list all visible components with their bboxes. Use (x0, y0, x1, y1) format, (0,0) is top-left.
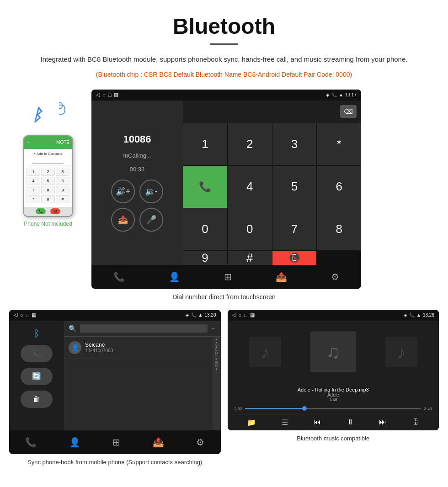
pb-signal-icon: ▲ (198, 312, 203, 318)
phone-illustration: ᛒ ← MOTE + Add to Contacts ___________ 1 (9, 90, 87, 227)
dial-number: 10086 (123, 133, 151, 145)
next-button[interactable]: ⏭ (379, 418, 386, 426)
pb-nav-contacts[interactable]: 👤 (69, 437, 80, 448)
key-0-right[interactable]: 0 (228, 208, 272, 250)
phonebook-bottom-nav: 📞 👤 ⊞ 📤 ⚙ (9, 430, 221, 454)
music-note-icon-right: ♪ (397, 342, 406, 362)
pb-screenshot-icon: ▦ (32, 312, 36, 318)
call-icon-status: 📞 (331, 92, 337, 97)
dialer-caption: Dial number direct from touchscreen (0, 293, 448, 301)
transfer-button[interactable]: 📤 (111, 208, 135, 232)
phonebook-sidebar: ᛒ 📞 🔄 🗑 (9, 321, 64, 430)
music-note-icon-left: ♪ (261, 342, 270, 362)
key-5[interactable]: 5 (272, 166, 317, 208)
phonebook-search-bar[interactable]: 🔍 ← (64, 321, 221, 337)
progress-track (245, 408, 421, 409)
nav-phone-button[interactable]: 📞 (113, 271, 125, 282)
keypad-panel: ⌫ 123*📞45600789#📵 (183, 101, 361, 265)
music-note-icon-center: ♫ (326, 342, 340, 362)
key-8[interactable]: 8 (317, 208, 361, 250)
phonebook-caption: Sync phone-book from mobile phone (Suppo… (27, 458, 202, 467)
dial-status: InCalling... (123, 152, 151, 159)
play-pause-button[interactable]: ⏸ (347, 418, 354, 426)
key-*[interactable]: * (317, 123, 361, 165)
time-current: 2:02 (235, 407, 243, 411)
key-6[interactable]: 6 (317, 166, 361, 208)
volume-down-button[interactable]: 🔉- (139, 180, 163, 203)
prev-button[interactable]: ⏮ (314, 418, 321, 426)
pb-home-icon: ○ (20, 312, 23, 318)
time-total: 3:49 (424, 407, 432, 411)
pb-call-icon: 📞 (191, 312, 197, 318)
track-info: 1/48 (235, 397, 432, 402)
volume-up-button[interactable]: 🔊+ (111, 180, 135, 203)
call-accept-button[interactable]: 📞 (183, 166, 227, 208)
bottom-nav-bar: 📞 👤 ⊞ 📤 ⚙ (91, 265, 361, 289)
mute-button[interactable]: 🎤 (139, 208, 163, 232)
location-icon: ◈ (326, 92, 330, 97)
recents-icon: □ (108, 92, 112, 98)
song-artist: Adele (235, 392, 432, 397)
search-icon: 🔍 (69, 325, 76, 332)
progress-dot (302, 406, 307, 411)
pb-nav-settings[interactable]: ⚙ (196, 437, 204, 448)
key-3[interactable]: 3 (272, 123, 317, 165)
alphabet-index: *ABCDEFGHI (213, 337, 221, 430)
music-screenshot-block: ◁ ○ □ ▦ ◈ 📞 ▲ 13:26 ♪ (228, 310, 439, 467)
key-1[interactable]: 1 (183, 123, 227, 165)
backspace-button[interactable]: ⌫ (340, 105, 357, 118)
key-9[interactable]: 9 (183, 251, 227, 265)
pb-clock: 13:20 (204, 312, 216, 318)
pb-nav-dialpad[interactable]: ⊞ (112, 437, 120, 448)
key-0[interactable]: 0 (183, 208, 227, 250)
pb-back-icon: ◁ (14, 312, 17, 318)
progress-fill (245, 408, 307, 409)
folder-button[interactable]: 📁 (247, 418, 256, 427)
contact-name: Seicane (85, 342, 113, 348)
page-title: Bluetooth (0, 0, 448, 43)
album-art-row: ♪ ♫ ♪ (228, 321, 439, 383)
mu-signal-icon: ▲ (416, 312, 421, 318)
song-title: Adele - Rolling In the Deep.mp3 (235, 387, 432, 392)
phone-sidebar-button[interactable]: 📞 (21, 345, 53, 362)
next-album-art: ♪ (385, 337, 417, 367)
signal-icon: ▲ (339, 92, 343, 97)
phone-not-included-label: Phone Not Included (24, 221, 72, 227)
current-album-art: ♫ (310, 331, 356, 372)
key-2[interactable]: 2 (228, 123, 272, 165)
prev-album-art: ♪ (249, 337, 281, 367)
contact-list-item[interactable]: 👤 Seicane 13241007000 (64, 337, 213, 359)
music-info: Adele - Rolling In the Deep.mp3 Adele 1/… (228, 383, 439, 404)
key-7[interactable]: 7 (272, 208, 317, 250)
playlist-button[interactable]: ☰ (282, 418, 288, 427)
subtitle-text: Integrated with BC8 Bluetooth module, su… (0, 54, 448, 65)
pb-location-icon: ◈ (186, 312, 189, 318)
chip-info-text: (Bluetooth chip : CSR BC8 Default Blueto… (0, 69, 448, 80)
call-end-button[interactable]: 📵 (272, 251, 317, 265)
number-display-bar: ⌫ (183, 101, 361, 123)
equalizer-button[interactable]: 🎛 (412, 418, 419, 426)
dial-timer: 00:33 (130, 166, 145, 173)
pb-nav-phone[interactable]: 📞 (25, 437, 37, 448)
call-info-panel: 10086 InCalling... 00:33 🔊+ 🔉- 📤 🎤 (91, 101, 183, 265)
title-underline (210, 43, 238, 45)
screenshot-icon: ▦ (114, 92, 118, 98)
status-bar: ◁ ○ □ ▦ ◈ 📞 ▲ 13:17 (91, 90, 361, 101)
pb-nav-transfer[interactable]: 📤 (153, 437, 164, 448)
keypad-grid: 123*📞45600789#📵 (183, 123, 361, 265)
mu-screenshot-icon: ▦ (250, 312, 255, 318)
mu-clock: 13:26 (423, 312, 434, 318)
contact-phone: 13241007000 (85, 348, 113, 353)
clock-display: 13:17 (345, 92, 357, 97)
music-progress-bar[interactable]: 2:02 3:49 (228, 404, 439, 414)
nav-transfer-button[interactable]: 📤 (276, 271, 287, 282)
sync-sidebar-button[interactable]: 🔄 (21, 368, 53, 385)
key-#[interactable]: # (228, 251, 272, 265)
phonebook-status-bar: ◁ ○ □ ▦ ◈ 📞 ▲ 13:20 (9, 310, 221, 321)
nav-contacts-button[interactable]: 👤 (169, 271, 180, 282)
mu-recents-icon: □ (244, 312, 247, 318)
delete-sidebar-button[interactable]: 🗑 (21, 391, 53, 408)
nav-settings-button[interactable]: ⚙ (331, 271, 339, 282)
key-4[interactable]: 4 (228, 166, 272, 208)
nav-dialpad-button[interactable]: ⊞ (224, 271, 232, 282)
